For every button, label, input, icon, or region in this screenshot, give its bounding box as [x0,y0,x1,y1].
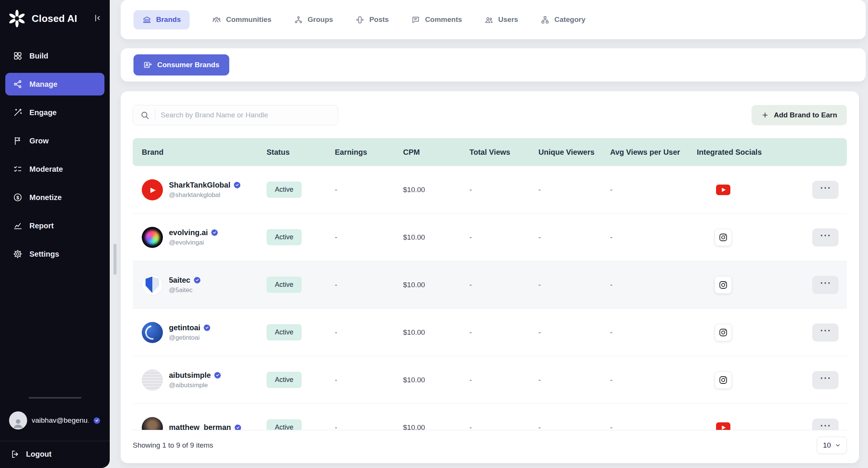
dollar-circle-icon: $ [13,192,23,202]
cpm-cell: $10.00 [397,328,464,337]
table-row[interactable]: getintoai @getintoai Active - $10.00 - -… [133,309,847,356]
sidebar-item-label: Build [29,52,48,60]
brand-text: SharkTankGlobal @sharktankglobal [169,181,241,199]
sidebar-bottom: vaibhav@begenu... Logout [0,397,110,468]
table-row[interactable]: SharkTankGlobal @sharktankglobal Active … [133,166,847,214]
brand-avatar [142,227,163,248]
verified-badge-icon [211,229,218,236]
sidebar-item-settings[interactable]: Settings [5,243,104,265]
column-header-earnings: Earnings [329,148,397,157]
row-actions-button[interactable]: ⋯ [812,419,839,430]
collapse-left-icon [92,13,102,23]
brand-avatar [142,369,163,391]
row-actions-button[interactable]: ⋯ [812,228,839,246]
brand-name: aibutsimple [169,371,211,380]
tab-users[interactable]: Users [485,10,518,29]
tab-communities[interactable]: Communities [212,10,271,29]
search-box[interactable] [133,105,338,125]
earnings-cell: - [329,281,397,289]
sidebar-item-build[interactable]: Build [5,45,104,67]
tab-posts[interactable]: Posts [356,10,389,29]
sidebar-divider [0,441,110,441]
earnings-cell: - [329,423,397,430]
tab-brands[interactable]: Brands [133,10,190,29]
page-size-select[interactable]: 10 [817,437,847,454]
add-brand-button[interactable]: Add Brand to Earn [751,105,847,125]
logo-row: Closed AI [0,0,110,35]
sidebar-item-engage[interactable]: Engage [5,101,104,124]
status-badge: Active [267,229,302,245]
table-row[interactable]: 5aitec @5aitec Active - $10.00 - - - ⋯ [133,261,847,309]
table-row[interactable]: aibutsimple @aibutsimple Active - $10.00… [133,356,847,404]
status-cell: Active [261,419,329,430]
status-badge: Active [267,277,302,293]
user-email: vaibhav@begenu... [32,416,89,425]
tab-category[interactable]: Category [541,10,585,29]
tab-comments[interactable]: Comments [411,10,462,29]
status-cell: Active [261,182,329,198]
sidebar-item-label: Monetize [29,193,62,202]
earnings-cell: - [329,233,397,242]
tab-label: Posts [369,15,389,24]
status-cell: Active [261,324,329,340]
avg-views-cell: - [604,423,690,430]
tab-groups[interactable]: Groups [294,10,333,29]
build-icon [13,51,23,61]
tab-label: Communities [226,15,271,24]
sidebar-item-monetize[interactable]: $ Monetize [5,186,104,209]
row-actions-button[interactable]: ⋯ [812,276,839,294]
chevron-down-icon [835,442,841,448]
app-logo-icon [8,9,26,28]
brand-text: aibutsimple @aibutsimple [169,371,221,389]
verified-badge-icon [233,181,241,189]
socials-cell [690,324,807,341]
user-account[interactable]: vaibhav@begenu... [5,408,104,433]
sidebar-item-report[interactable]: Report [5,214,104,237]
brand-handle: @evolvingai [169,239,218,246]
brand-avatar [142,274,163,296]
instagram-icon [715,324,732,341]
category-icon [541,15,549,24]
status-cell: Active [261,372,329,388]
earnings-cell: - [329,376,397,384]
brand-avatar [142,322,163,343]
instagram-icon [715,229,732,246]
table-row[interactable]: evolving.ai @evolvingai Active - $10.00 … [133,214,847,261]
table-header: Brand Status Earnings CPM Total Views Un… [133,138,847,166]
logout-button[interactable]: Logout [5,450,104,459]
sidebar-item-grow[interactable]: Grow [5,129,104,152]
brand-name: matthew_berman [169,423,231,430]
sidebar-item-manage[interactable]: Manage [5,73,104,95]
search-icon [140,110,150,120]
column-header-total-views: Total Views [464,148,533,157]
total-views-cell: - [464,281,533,289]
consumer-brands-button[interactable]: Consumer Brands [133,54,229,75]
comments-icon [411,15,420,24]
sidebar-scrollbar[interactable] [113,244,117,275]
verified-badge-icon [93,417,101,424]
status-cell: Active [261,277,329,293]
page-size-value: 10 [823,441,831,450]
verified-badge-icon [203,324,211,331]
socials-cell [690,181,807,199]
brand-text: matthew_berman [169,423,242,430]
row-actions-button[interactable]: ⋯ [812,371,839,389]
sidebar-item-moderate[interactable]: Moderate [5,158,104,180]
sidebar-collapse-button[interactable] [92,13,102,24]
column-header-unique-viewers: Unique Viewers [533,148,604,157]
brand-name: evolving.ai [169,228,208,237]
groups-icon [294,15,303,24]
app-root: Closed AI Build Manage Engage Grow [0,0,868,468]
total-views-cell: - [464,328,533,337]
sidebar-item-label: Engage [29,108,57,117]
pagination-summary: Showing 1 to 9 of 9 items [133,441,213,450]
row-actions-button[interactable]: ⋯ [812,323,839,342]
row-actions-button[interactable]: ⋯ [812,181,839,199]
sidebar-menu: Build Manage Engage Grow Moderate $ Mone… [0,35,110,265]
brand-avatar [142,179,163,200]
brand-badge-icon [143,60,152,69]
search-input[interactable] [161,111,331,119]
table-row[interactable]: matthew_berman Active - $10.00 - - - ⋯ [133,404,847,430]
socials-cell [690,419,807,430]
status-badge: Active [267,372,302,388]
